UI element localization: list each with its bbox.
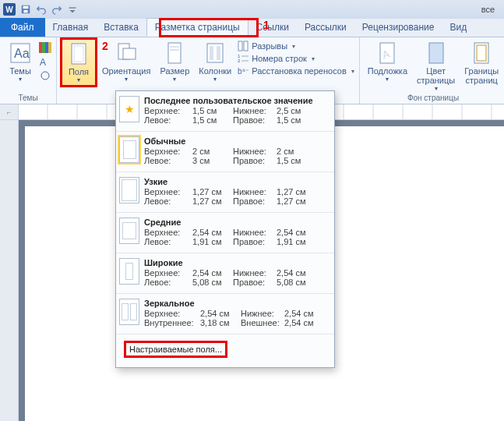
- group-themes: Aa Темы▾ A Темы: [0, 37, 57, 104]
- svg-text:2: 2: [238, 58, 241, 63]
- preset-thumb-icon: [119, 299, 139, 325]
- vertical-ruler[interactable]: [0, 120, 19, 421]
- page-borders-button[interactable]: Границы страниц: [461, 39, 502, 87]
- word-icon: W: [3, 3, 16, 16]
- preset-thumb-icon: [119, 136, 139, 163]
- svg-rect-22: [238, 41, 242, 51]
- watermark-button[interactable]: A Подложка▾: [365, 39, 411, 84]
- size-icon: [162, 41, 187, 65]
- margins-button[interactable]: Поля▾: [62, 39, 96, 86]
- page-color-icon: [424, 41, 449, 65]
- svg-rect-9: [48, 42, 51, 53]
- annotation-box-1: [159, 18, 259, 37]
- ruler-corner: ⌐: [0, 104, 19, 119]
- watermark-icon: A: [375, 41, 400, 65]
- tab-file[interactable]: Файл: [0, 18, 45, 37]
- group-page-background: A Подложка▾ Цвет страницы▾ Границы стран…: [360, 37, 504, 104]
- save-button[interactable]: [19, 2, 33, 16]
- preset-narrow[interactable]: Узкие Верхнее:1,27 смНижнее:1,27 см Лево…: [116, 172, 334, 212]
- page-color-button[interactable]: Цвет страницы▾: [414, 39, 458, 94]
- size-button[interactable]: Размер▾: [157, 39, 192, 84]
- page-borders-icon: [469, 41, 494, 65]
- annotation-num-1: 1: [263, 19, 270, 31]
- theme-effects-button[interactable]: [39, 70, 51, 83]
- tab-review[interactable]: Рецензирование: [354, 18, 442, 37]
- breaks-button[interactable]: Разрывы▾: [238, 41, 354, 51]
- svg-text:A: A: [40, 57, 46, 67]
- themes-button[interactable]: Aa Темы▾: [5, 39, 36, 84]
- undo-button[interactable]: [34, 2, 48, 16]
- svg-rect-31: [429, 43, 443, 63]
- columns-icon: [203, 41, 227, 65]
- preset-moderate[interactable]: Средние Верхнее:2,54 смНижнее:2,54 см Ле…: [116, 212, 334, 253]
- svg-rect-6: [39, 42, 42, 53]
- title-bar: W все: [0, 0, 504, 19]
- preset-wide[interactable]: Широкие Верхнее:2,54 смНижнее:2,54 см Ле…: [116, 253, 334, 293]
- hyphenation-icon: bᵃ⁻: [238, 65, 248, 76]
- svg-rect-7: [42, 42, 45, 53]
- svg-rect-3: [69, 7, 76, 8]
- svg-rect-1: [23, 6, 29, 9]
- tab-view[interactable]: Вид: [442, 18, 474, 37]
- svg-rect-8: [45, 42, 48, 53]
- svg-text:Aa: Aa: [14, 47, 30, 60]
- quick-access-toolbar: [19, 2, 79, 16]
- svg-rect-21: [217, 46, 220, 60]
- annotation-num-2: 2: [102, 40, 108, 52]
- preset-normal[interactable]: Обычные Верхнее:2 смНижнее:2 см Левое:3 …: [116, 131, 334, 172]
- custom-margins-item[interactable]: Настраиваемые поля...: [116, 334, 334, 364]
- title-text: все: [481, 5, 501, 14]
- preset-thumb-icon: [119, 177, 139, 203]
- preset-thumb-icon: [119, 218, 139, 244]
- orientation-icon: [114, 41, 139, 65]
- line-numbers-button[interactable]: 12Номера строк▾: [238, 53, 354, 64]
- svg-rect-20: [210, 46, 213, 60]
- themes-icon: Aa: [8, 41, 33, 65]
- preset-thumb-icon: ★: [119, 96, 139, 122]
- tab-mailings[interactable]: Рассылки: [297, 18, 354, 37]
- svg-text:bᵃ⁻: bᵃ⁻: [238, 67, 248, 76]
- breaks-icon: [238, 41, 248, 51]
- preset-mirrored[interactable]: Зеркальное Верхнее:2,54 смНижнее:2,54 см…: [116, 293, 334, 334]
- preset-last-custom[interactable]: ★ Последнее пользовательское значение Ве…: [116, 91, 334, 131]
- margins-dropdown: ★ Последнее пользовательское значение Ве…: [115, 90, 335, 368]
- theme-fonts-button[interactable]: A: [39, 56, 51, 69]
- svg-rect-15: [123, 48, 136, 59]
- line-numbers-icon: 12: [238, 53, 248, 64]
- theme-colors-button[interactable]: [39, 42, 51, 55]
- redo-button[interactable]: [50, 2, 64, 16]
- tab-insert[interactable]: Вставка: [96, 18, 146, 37]
- margins-icon: [66, 41, 91, 66]
- group-label-themes: Темы: [18, 94, 37, 104]
- hyphenation-button[interactable]: bᵃ⁻Расстановка переносов▾: [238, 65, 354, 76]
- group-label-page-bg: Фон страницы: [407, 94, 459, 104]
- columns-button[interactable]: Колонки▾: [196, 39, 234, 84]
- svg-rect-2: [23, 10, 27, 13]
- preset-thumb-icon: [119, 258, 139, 285]
- tab-home[interactable]: Главная: [45, 18, 97, 37]
- qat-customize-button[interactable]: [65, 2, 79, 16]
- svg-point-11: [41, 72, 49, 80]
- svg-rect-23: [244, 41, 248, 51]
- svg-rect-16: [168, 43, 181, 63]
